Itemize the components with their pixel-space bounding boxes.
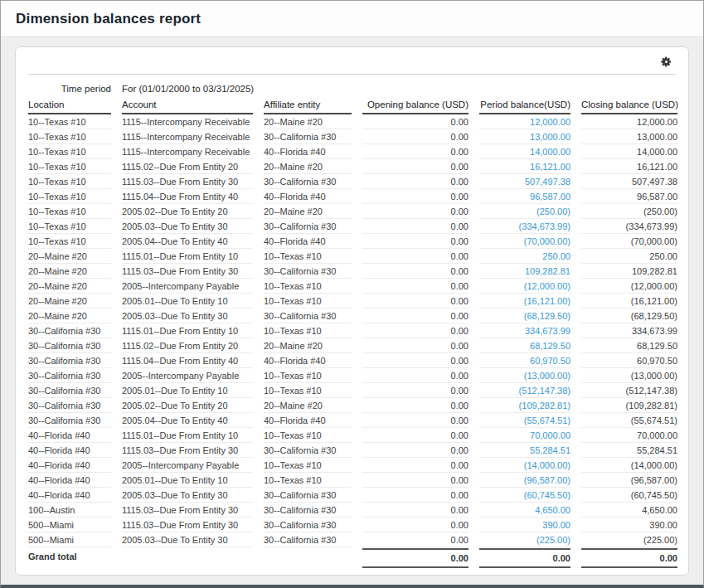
account-cell: 2005.03--Due To Entity 30	[122, 309, 253, 323]
closing-balance-cell: (96,587.00)	[581, 473, 677, 488]
period-balance-link[interactable]: (55,674.51)	[479, 413, 570, 428]
affiliate-entity-cell: 20--Maine #20	[264, 338, 352, 353]
opening-balance-cell: 0.00	[362, 129, 469, 144]
period-balance-link[interactable]: (60,745.50)	[479, 488, 570, 503]
grand-total-closing: 0.00	[581, 548, 677, 568]
period-balance-link[interactable]: 13,000.00	[479, 129, 570, 144]
period-balance-link[interactable]: 4,650.00	[479, 503, 570, 518]
closing-balance-cell: (70,000.00)	[581, 234, 677, 249]
account-cell: 1115.02--Due From Entity 20	[122, 338, 253, 353]
account-cell: 1115.03--Due From Entity 30	[122, 174, 253, 189]
opening-balance-cell: 0.00	[362, 338, 469, 353]
period-balance-link[interactable]: (512,147.38)	[479, 383, 570, 398]
account-cell: 1115.01--Due From Entity 10	[122, 428, 253, 443]
affiliate-entity-cell: 20--Maine #20	[264, 398, 352, 413]
opening-balance-cell: 0.00	[362, 458, 469, 473]
account-cell: 1115.03--Due From Entity 30	[122, 503, 253, 518]
table-row: 10--Texas #101115--Intercompany Receivab…	[28, 114, 676, 129]
period-balance-link[interactable]: (109,282.81)	[479, 398, 570, 413]
account-cell: 2005.04--Due To Entity 40	[122, 234, 253, 249]
closing-balance-cell: (55,674.51)	[581, 413, 677, 428]
period-balance-link[interactable]: 55,284.51	[479, 443, 570, 458]
affiliate-entity-cell: 10--Texas #10	[264, 279, 352, 294]
period-balance-link[interactable]: 70,000.00	[479, 428, 570, 443]
location-cell: 10--Texas #10	[28, 234, 111, 249]
settings-gear-button[interactable]	[658, 55, 674, 71]
content-area: Time period For (01/01/2000 to 03/31/202…	[1, 37, 703, 588]
opening-balance-cell: 0.00	[362, 353, 469, 368]
account-cell: 1115.04--Due From Entity 40	[122, 353, 253, 368]
grand-total-row: Grand total 0.00 0.00 0.00	[28, 548, 676, 568]
period-balance-link[interactable]: (16,121.00)	[479, 294, 570, 309]
period-balance-link[interactable]: 96,587.00	[479, 189, 570, 204]
closing-balance-cell: 13,000.00	[581, 129, 677, 144]
location-cell: 40--Florida #40	[28, 428, 111, 443]
closing-balance-cell: (60,745.50)	[581, 488, 677, 503]
period-balance-link[interactable]: 60,970.50	[479, 353, 570, 368]
affiliate-entity-cell: 30--California #30	[264, 129, 352, 144]
table-row: 30--California #301115.02--Due From Enti…	[28, 338, 676, 353]
opening-balance-cell: 0.00	[362, 189, 469, 204]
location-cell: 30--California #30	[28, 383, 111, 398]
affiliate-entity-cell: 40--Florida #40	[264, 413, 352, 428]
period-balance-link[interactable]: 14,000.00	[479, 144, 570, 159]
account-cell: 1115--Intercompany Receivable	[122, 144, 253, 159]
period-balance-link[interactable]: (68,129.50)	[479, 309, 570, 323]
table-header-row: Location Account Affiliate entity Openin…	[28, 98, 676, 114]
account-cell: 2005--Intercompany Payable	[122, 368, 253, 383]
period-balance-link[interactable]: (334,673.99)	[479, 219, 570, 234]
account-cell: 2005--Intercompany Payable	[122, 279, 253, 294]
affiliate-entity-cell: 20--Maine #20	[264, 204, 352, 219]
closing-balance-cell: (334,673.99)	[581, 219, 677, 234]
period-balance-link[interactable]: (12,000.00)	[479, 279, 570, 294]
affiliate-entity-cell: 10--Texas #10	[264, 249, 352, 264]
period-balance-link[interactable]: 68,129.50	[479, 338, 570, 353]
column-header-location: Location	[28, 98, 111, 114]
account-cell: 1115.01--Due From Entity 10	[122, 249, 253, 264]
table-row: 10--Texas #102005.03--Due To Entity 3030…	[28, 219, 676, 234]
time-period-label: Time period	[28, 82, 111, 96]
affiliate-entity-cell: 10--Texas #10	[264, 473, 352, 488]
period-balance-link[interactable]: 109,282.81	[479, 264, 570, 279]
affiliate-entity-cell: 30--California #30	[264, 309, 352, 323]
table-row: 20--Maine #201115.03--Due From Entity 30…	[28, 264, 676, 279]
title-bar: Dimension balances report	[1, 1, 703, 37]
period-balance-link[interactable]: (13,000.00)	[479, 368, 570, 383]
period-balance-link[interactable]: 507,497.38	[479, 174, 570, 189]
closing-balance-cell: (109,282.81)	[581, 398, 677, 413]
period-balance-link[interactable]: 390.00	[479, 518, 570, 532]
affiliate-entity-cell: 10--Texas #10	[264, 428, 352, 443]
account-cell: 2005.02--Due To Entity 20	[122, 398, 253, 413]
table-row: 500--Miami1115.03--Due From Entity 3030-…	[28, 518, 676, 532]
period-balance-link[interactable]: 334,673.99	[479, 323, 570, 338]
closing-balance-cell: 507,497.38	[581, 174, 677, 189]
opening-balance-cell: 0.00	[362, 159, 469, 174]
opening-balance-cell: 0.00	[362, 144, 469, 159]
period-balance-link[interactable]: (14,000.00)	[479, 458, 570, 473]
period-balance-link[interactable]: 16,121.00	[479, 159, 570, 174]
period-balance-link[interactable]: 250.00	[479, 249, 570, 264]
opening-balance-cell: 0.00	[362, 279, 469, 294]
report-toolbar	[28, 52, 676, 74]
location-cell: 30--California #30	[28, 353, 111, 368]
opening-balance-cell: 0.00	[362, 234, 469, 249]
location-cell: 500--Miami	[28, 518, 111, 532]
period-balance-link[interactable]: (225.00)	[479, 532, 570, 547]
period-balance-link[interactable]: 12,000.00	[479, 114, 570, 129]
period-balance-link[interactable]: (250.00)	[479, 204, 570, 219]
closing-balance-cell: (14,000.00)	[581, 458, 677, 473]
affiliate-entity-cell: 30--California #30	[264, 503, 352, 518]
column-header-opening-balance: Opening balance (USD)	[362, 98, 469, 114]
opening-balance-cell: 0.00	[362, 264, 469, 279]
account-cell: 2005.02--Due To Entity 20	[122, 204, 253, 219]
location-cell: 10--Texas #10	[28, 219, 111, 234]
location-cell: 10--Texas #10	[28, 144, 111, 159]
account-cell: 1115--Intercompany Receivable	[122, 114, 253, 129]
period-balance-link[interactable]: (96,587.00)	[479, 473, 570, 488]
period-balance-link[interactable]: (70,000.00)	[479, 234, 570, 249]
location-cell: 30--California #30	[28, 368, 111, 383]
affiliate-entity-cell: 10--Texas #10	[264, 294, 352, 309]
account-cell: 1115--Intercompany Receivable	[122, 129, 253, 144]
account-cell: 1115.03--Due From Entity 30	[122, 518, 253, 532]
closing-balance-cell: 55,284.51	[581, 443, 677, 458]
